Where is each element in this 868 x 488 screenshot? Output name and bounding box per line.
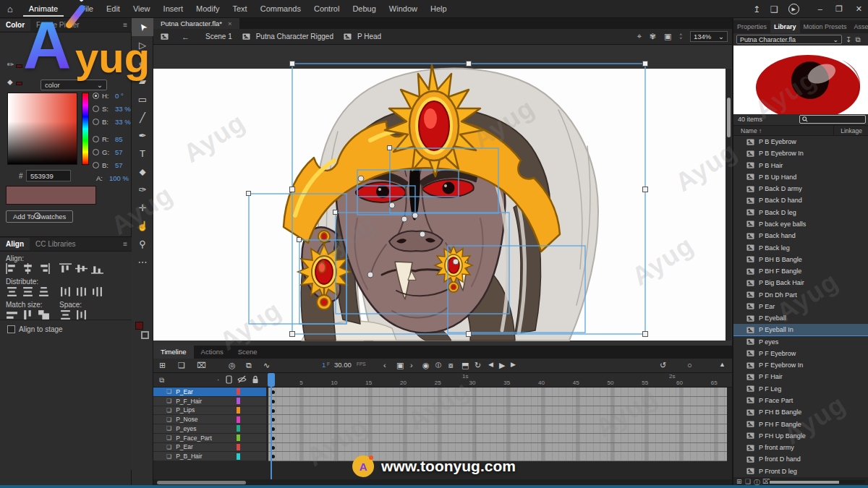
menu-item[interactable]: Control [307, 1, 346, 16]
saturation-value[interactable]: 33 % [115, 105, 131, 113]
new-folder-icon[interactable]: ❏ [178, 361, 185, 370]
library-item[interactable]: P F Hair [733, 371, 868, 382]
library-item[interactable]: P B Up Hand [733, 171, 868, 183]
camera-column-icon[interactable] [226, 375, 232, 385]
radio-green[interactable] [93, 149, 99, 155]
breadcrumb-symbol[interactable]: Putna Character Rigged [256, 33, 333, 40]
library-item[interactable]: P FH F Bangle [733, 418, 868, 429]
radio-blue[interactable] [93, 162, 99, 168]
text-tool[interactable]: T [132, 145, 153, 163]
timeline-zoom-in-icon[interactable]: ▲ [719, 361, 726, 368]
zoom-level-dropdown[interactable]: 134% ⌄ [690, 31, 728, 42]
library-item[interactable]: P Back D leg [733, 207, 868, 218]
tab-scene[interactable]: Scene [231, 346, 265, 359]
menu-item[interactable]: Commands [254, 1, 307, 16]
library-item[interactable]: P Back D hand [733, 194, 868, 206]
document-tab[interactable]: Putna Character.fla* × [153, 18, 239, 29]
menu-item[interactable]: Text [226, 1, 254, 16]
layer-outline-color[interactable] [237, 435, 240, 441]
layer-outline-color[interactable] [237, 425, 240, 432]
play-icon[interactable]: ▶ [499, 361, 505, 370]
library-item[interactable]: P Back leg [733, 241, 868, 253]
space-vertical-icon[interactable] [59, 309, 72, 320]
menu-item[interactable]: View [127, 1, 157, 16]
color-type-dropdown[interactable]: color ⌄ [41, 80, 107, 90]
library-item[interactable]: P front army [733, 442, 868, 453]
library-item[interactable]: P F Leg [733, 383, 868, 395]
camera-icon[interactable]: ◎ [229, 361, 236, 370]
scrollbar-thumb[interactable] [157, 481, 246, 484]
red-value[interactable]: 85 [115, 135, 123, 143]
onion-skin-outline-icon[interactable]: ⦶ [435, 361, 441, 370]
tab-color[interactable]: Color [0, 19, 30, 31]
hue-value[interactable]: 0 ° [115, 92, 124, 100]
timeline-zoom-out-icon[interactable]: ○ [687, 361, 692, 369]
tab-align[interactable]: Align [0, 238, 30, 250]
layer-frames-row[interactable] [268, 415, 727, 424]
tab-actions[interactable]: Actions [194, 346, 231, 359]
align-center-horizontal-icon[interactable] [22, 263, 34, 274]
distribute-center-horizontal-icon[interactable] [75, 286, 88, 297]
tab-assets[interactable]: Assets [851, 20, 868, 33]
fill-color-icon[interactable]: ⬥ [7, 77, 13, 87]
panel-menu-icon[interactable]: ≡ [123, 21, 127, 29]
insert-keyframe-icon[interactable]: ▣ [396, 361, 404, 370]
menu-item-animate[interactable]: Animate [23, 1, 64, 17]
zoom-stepper[interactable]: ˄˅ [679, 33, 682, 40]
fill-color-swatch[interactable] [141, 331, 149, 339]
layer-frames-row[interactable] [268, 406, 727, 416]
scrollbar-thumb[interactable] [727, 98, 731, 137]
minimize-button[interactable]: – [818, 4, 822, 14]
rectangle-tool[interactable]: ▭ [132, 90, 153, 108]
delete-layer-icon[interactable]: ⌧ [197, 361, 206, 370]
align-left-icon[interactable] [6, 263, 18, 274]
new-layer-icon[interactable]: ⊞ [159, 361, 166, 370]
layer-row[interactable]: ❏P_B_Hair [153, 452, 266, 461]
green-value[interactable]: 57 [115, 148, 123, 156]
new-symbol-icon[interactable]: ⊞ [736, 478, 742, 485]
asset-warp-tool[interactable]: ✛ [132, 199, 153, 217]
library-item[interactable]: P Eyeball [733, 312, 868, 324]
fps-value[interactable]: 30.00 [334, 361, 352, 369]
layer-frames-row[interactable] [268, 434, 727, 443]
library-item[interactable]: P Face Part [733, 395, 868, 406]
stage-canvas[interactable] [153, 45, 732, 346]
new-library-panel-icon[interactable]: ⧉ [855, 35, 860, 44]
layer-row[interactable]: ❏P_F_Hair [153, 397, 266, 406]
new-folder-icon[interactable]: ❏ [745, 478, 751, 485]
match-height-icon[interactable] [22, 309, 34, 320]
playhead[interactable] [268, 373, 275, 387]
selection-tool[interactable]: ➤ [132, 18, 153, 36]
distribute-right-icon[interactable] [91, 286, 103, 297]
radio-brightness[interactable] [93, 119, 99, 125]
stroke-color-swatch[interactable] [135, 322, 143, 330]
layer-row[interactable]: ❏P_Ear [153, 443, 266, 453]
library-item[interactable]: P front D hand [733, 453, 868, 465]
line-tool[interactable]: ╱ [132, 108, 153, 127]
rotation-icon[interactable]: ✾ [650, 32, 656, 41]
library-item[interactable]: P F Eyebrow In [733, 359, 868, 371]
column-header-name[interactable]: Name ↑ [741, 127, 762, 134]
restore-button[interactable]: ❐ [835, 4, 843, 14]
center-frame-icon[interactable]: ⌖ [637, 32, 642, 41]
align-to-stage-checkbox[interactable] [7, 325, 15, 333]
layers-stack-icon[interactable]: ⧉ [159, 376, 164, 385]
library-item[interactable]: P B Eyebrow [733, 136, 868, 147]
blue-value[interactable]: 57 [115, 161, 123, 169]
library-item[interactable]: P B Eyebrow In [733, 147, 868, 159]
alpha-value[interactable]: 100 % [109, 174, 129, 182]
stroke-color-icon[interactable]: ✏ [7, 60, 14, 69]
hue-slider[interactable] [82, 93, 89, 165]
brightness-value[interactable]: 33 % [115, 118, 131, 126]
library-item[interactable]: P B Hair [733, 160, 868, 171]
scrollbar-thumb[interactable] [770, 481, 839, 484]
step-forward-icon[interactable]: ▶ [511, 361, 516, 368]
clip-to-stage-icon[interactable]: ▣ [664, 32, 671, 41]
distribute-top-icon[interactable] [6, 286, 18, 297]
hand-tool[interactable]: ☝ [132, 217, 153, 235]
hide-all-layers-icon[interactable] [237, 375, 247, 385]
timeline-horizontal-scrollbar[interactable] [153, 479, 732, 485]
paint-bucket-tool[interactable]: ⬥ [132, 163, 153, 181]
back-arrow-icon[interactable]: ← [182, 33, 190, 41]
reset-timeline-zoom-icon[interactable]: ↺ [660, 361, 666, 370]
